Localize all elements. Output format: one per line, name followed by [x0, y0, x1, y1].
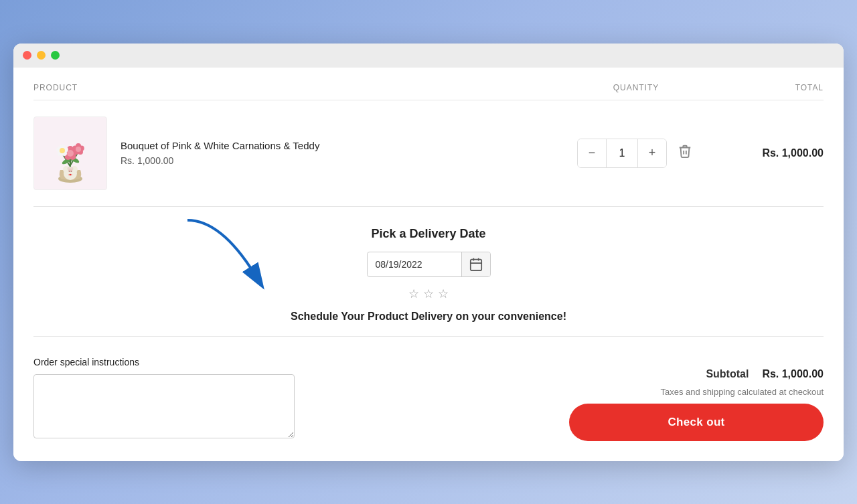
- instructions-section: Order special instructions: [33, 357, 549, 441]
- svg-point-13: [67, 150, 74, 157]
- delete-item-button[interactable]: [675, 141, 695, 165]
- minimize-dot[interactable]: [37, 51, 46, 60]
- quantity-decrease-button[interactable]: −: [578, 139, 606, 167]
- svg-point-19: [60, 148, 65, 153]
- product-header: PRODUCT: [33, 83, 78, 92]
- bottom-section: Order special instructions Subtotal Rs. …: [33, 337, 824, 441]
- product-info: Bouquet of Pink & White Carnations & Ted…: [33, 116, 569, 190]
- arrow-annotation: [167, 214, 301, 294]
- quantity-control: − 1 +: [577, 139, 667, 168]
- calendar-icon-button[interactable]: [461, 252, 490, 276]
- quantity-increase-button[interactable]: +: [638, 139, 666, 167]
- product-details: Bouquet of Pink & White Carnations & Ted…: [121, 140, 319, 166]
- subtotal-row: Subtotal Rs. 1,000.00: [706, 368, 824, 380]
- svg-point-34: [70, 173, 71, 175]
- quantity-value: 1: [606, 139, 638, 167]
- subtotal-amount: Rs. 1,000.00: [762, 368, 824, 380]
- subtotal-label: Subtotal: [706, 368, 749, 380]
- quantity-column: − 1 +: [569, 139, 703, 168]
- close-dot[interactable]: [23, 51, 31, 60]
- product-row: Bouquet of Pink & White Carnations & Ted…: [33, 100, 824, 207]
- date-picker-row: [367, 252, 491, 277]
- instructions-label: Order special instructions: [33, 357, 549, 367]
- order-summary: Subtotal Rs. 1,000.00 Taxes and shipping…: [569, 357, 824, 441]
- maximize-dot[interactable]: [51, 51, 60, 60]
- tax-note: Taxes and shipping calculated at checkou…: [660, 387, 824, 397]
- checkout-button[interactable]: Check out: [569, 404, 824, 441]
- star-icon-3: ☆: [438, 286, 449, 301]
- date-input[interactable]: [368, 254, 461, 275]
- app-window: PRODUCT QUANTITY TOTAL: [13, 44, 844, 461]
- star-icon-1: ☆: [408, 286, 419, 301]
- product-unit-price: Rs. 1,000.00: [121, 155, 319, 166]
- product-thumbnail: [37, 120, 104, 187]
- svg-point-25: [76, 147, 81, 152]
- star-icon-2: ☆: [423, 286, 434, 301]
- delivery-section: Pick a Delivery Date: [33, 207, 824, 337]
- calendar-icon: [469, 257, 483, 272]
- titlebar: [13, 44, 844, 68]
- main-content: PRODUCT QUANTITY TOTAL: [13, 68, 844, 461]
- product-image: [33, 116, 107, 190]
- total-header: TOTAL: [795, 83, 824, 92]
- instructions-textarea[interactable]: [33, 374, 295, 438]
- quantity-header: QUANTITY: [613, 83, 659, 92]
- trash-icon: [678, 144, 692, 159]
- delivery-title: Pick a Delivery Date: [371, 227, 485, 241]
- svg-rect-36: [470, 259, 481, 270]
- product-total: Rs. 1,000.00: [703, 147, 824, 159]
- star-icons: ☆ ☆ ☆: [408, 286, 449, 301]
- product-name: Bouquet of Pink & White Carnations & Ted…: [121, 140, 319, 151]
- svg-point-33: [71, 171, 72, 172]
- table-header: PRODUCT QUANTITY TOTAL: [33, 68, 824, 100]
- svg-point-32: [69, 171, 70, 172]
- schedule-text: Schedule Your Product Delivery on your c…: [291, 311, 566, 323]
